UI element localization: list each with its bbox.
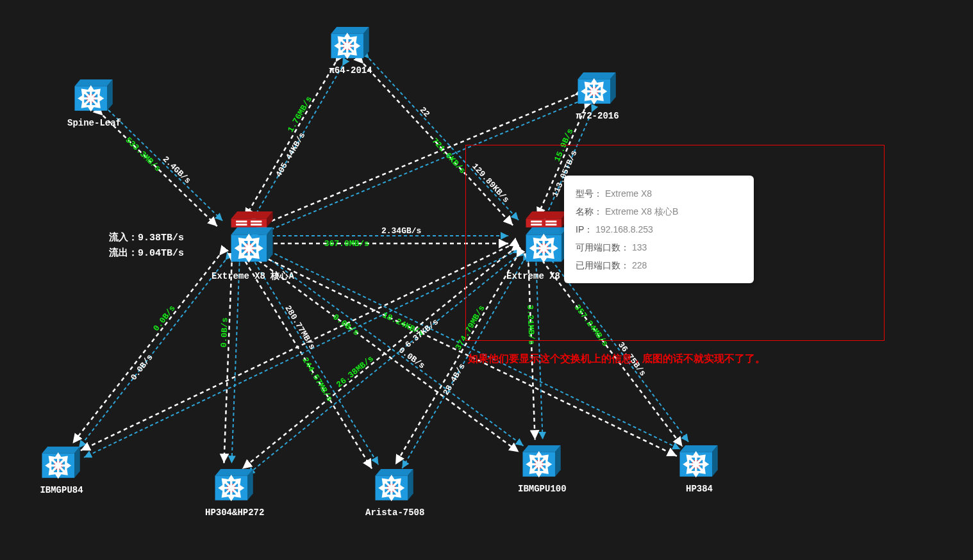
node-ibmgpu84[interactable]: IBMGPU84 <box>40 445 83 495</box>
svg-line-13 <box>79 260 226 448</box>
svg-marker-192 <box>389 477 394 480</box>
node-arista[interactable]: Arista-7508 <box>365 468 424 518</box>
svg-line-23 <box>84 253 512 457</box>
svg-marker-66 <box>88 87 93 90</box>
svg-marker-163 <box>66 463 69 468</box>
svg-marker-193 <box>389 496 394 499</box>
svg-marker-90 <box>578 72 615 79</box>
svg-line-22 <box>81 246 509 450</box>
node-coreA[interactable]: Extreme X8 核心A <box>212 211 294 282</box>
svg-text:22: 22 <box>418 105 432 119</box>
svg-marker-224 <box>694 453 698 456</box>
svg-marker-67 <box>88 106 93 110</box>
annotation-text: 如果他们要显示这个交换机上的信息，底图的话不就实现不了了。 <box>468 352 765 366</box>
node-label: IBMGPU100 <box>518 484 567 494</box>
svg-line-0 <box>103 115 217 226</box>
svg-line-15 <box>231 263 239 463</box>
svg-marker-152 <box>42 447 79 453</box>
node-label: π64-2014 <box>329 65 372 76</box>
node-spine_leaf[interactable]: Spine-Leaf <box>67 78 121 128</box>
svg-text:28.4B/s: 28.4B/s <box>441 362 467 397</box>
node-pi72[interactable]: π72-2016 <box>576 71 619 121</box>
svg-rect-108 <box>231 218 267 227</box>
svg-text:26.38MB/s: 26.38MB/s <box>335 354 376 390</box>
svg-marker-176 <box>229 477 233 480</box>
svg-marker-100 <box>583 89 586 94</box>
svg-line-17 <box>252 258 378 465</box>
svg-marker-122 <box>247 257 252 261</box>
svg-rect-110 <box>251 220 262 222</box>
svg-text:280.77MB/s: 280.77MB/s <box>283 304 317 352</box>
svg-rect-112 <box>251 224 262 226</box>
svg-text:533.3MB/s: 533.3MB/s <box>124 135 163 174</box>
svg-marker-84 <box>336 44 339 48</box>
svg-text:2.34GB/s: 2.34GB/s <box>381 226 422 236</box>
svg-marker-216 <box>679 445 717 452</box>
svg-marker-85 <box>355 44 358 48</box>
svg-line-1 <box>108 110 222 221</box>
svg-text:6.37KB/s: 6.37KB/s <box>403 317 440 350</box>
svg-line-12 <box>72 256 219 443</box>
svg-marker-211 <box>547 462 550 466</box>
svg-text:1.76MB/s: 1.76MB/s <box>286 95 315 135</box>
node-label: π72-2016 <box>576 111 619 121</box>
svg-rect-109 <box>237 220 247 222</box>
svg-marker-113 <box>231 227 273 235</box>
node-hp304[interactable]: HP304&HP272 <box>205 468 264 518</box>
svg-marker-184 <box>376 469 413 475</box>
svg-text:367.0MB/s: 367.0MB/s <box>324 239 369 249</box>
svg-marker-226 <box>685 462 688 466</box>
node-label: IBMGPU84 <box>40 485 83 495</box>
svg-text:721.6KB/s: 721.6KB/s <box>429 136 467 176</box>
topology-canvas: 533.3MB/s2.4GB/s1.76MB/s405.44KB/s22721.… <box>0 0 973 560</box>
node-ibmgpu100[interactable]: IBMGPU100 <box>518 444 567 494</box>
svg-text:2.4GB/s: 2.4GB/s <box>161 154 193 186</box>
node-pi64[interactable]: π64-2014 <box>329 26 372 76</box>
svg-marker-83 <box>345 54 349 57</box>
node-label: Extreme X8 核心A <box>212 270 294 282</box>
svg-marker-177 <box>229 496 233 499</box>
svg-marker-99 <box>592 99 596 103</box>
node-hp384[interactable]: HP384 <box>678 444 721 494</box>
svg-marker-225 <box>694 472 698 475</box>
svg-line-14 <box>224 263 231 463</box>
svg-marker-68 <box>79 96 83 101</box>
svg-text:0.0B/s: 0.0B/s <box>129 352 155 382</box>
svg-text:0.0B/s: 0.0B/s <box>151 304 178 333</box>
svg-marker-178 <box>220 486 224 490</box>
svg-marker-124 <box>258 246 262 251</box>
svg-line-2 <box>245 62 336 218</box>
svg-marker-121 <box>247 236 252 240</box>
svg-text:18.24KB/s: 18.24KB/s <box>381 310 426 338</box>
svg-line-3 <box>251 66 342 222</box>
svg-marker-98 <box>592 80 596 83</box>
svg-text:244.57MB/s: 244.57MB/s <box>300 356 335 404</box>
svg-marker-208 <box>536 453 541 456</box>
node-label: HP384 <box>678 484 721 494</box>
svg-line-16 <box>245 261 372 469</box>
svg-marker-101 <box>602 89 605 94</box>
svg-text:0.0B/s: 0.0B/s <box>397 345 427 371</box>
svg-marker-123 <box>237 246 241 251</box>
device-tooltip: 型号：Extreme X8 名称：Extreme X8 核心B IP：192.1… <box>564 176 754 283</box>
svg-marker-195 <box>399 486 403 490</box>
svg-marker-209 <box>536 472 541 475</box>
svg-marker-179 <box>239 486 242 490</box>
svg-marker-210 <box>528 462 531 466</box>
svg-marker-161 <box>56 474 60 477</box>
svg-marker-74 <box>331 27 369 33</box>
svg-marker-162 <box>47 463 50 468</box>
svg-text:405.44KB/s: 405.44KB/s <box>274 131 307 179</box>
svg-marker-227 <box>704 462 707 466</box>
svg-marker-69 <box>99 96 102 101</box>
svg-marker-106 <box>231 211 273 218</box>
svg-marker-82 <box>345 35 349 38</box>
svg-marker-160 <box>56 454 60 457</box>
svg-text:0.0B/s: 0.0B/s <box>331 312 361 338</box>
node-label: HP304&HP272 <box>205 507 264 518</box>
svg-rect-111 <box>237 224 247 226</box>
svg-marker-200 <box>522 445 560 452</box>
svg-marker-194 <box>381 486 384 490</box>
node-label: Spine-Leaf <box>67 118 121 128</box>
svg-marker-168 <box>215 469 253 475</box>
